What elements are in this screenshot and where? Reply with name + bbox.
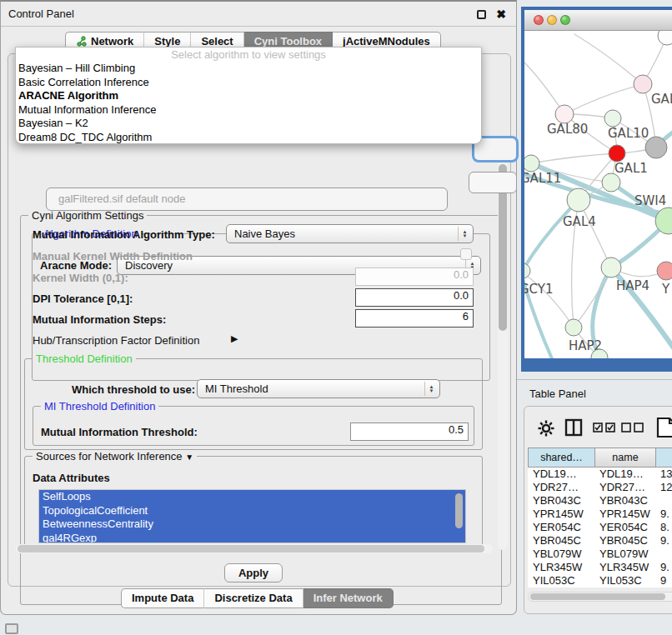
data-attributes-list[interactable]: SelfLoopsTopologicalCoefficientBetweenne… [38,489,466,543]
network-node-hap2[interactable] [565,319,582,336]
mi-threshold-field[interactable]: 0.5 [350,422,469,441]
network-edge[interactable] [564,84,643,114]
cyni-algorithm-settings-title: Cyni Algorithm Settings [28,209,147,222]
columns-icon[interactable] [564,418,583,437]
table-row[interactable]: YIL053CYIL053C9 [528,574,672,588]
table-cell: YIL053C [594,574,655,588]
column-header-1[interactable]: shared… [528,448,594,468]
mi-algorithm-type-combo[interactable]: Naive Bayes ▲▼ [226,224,474,243]
network-node-gal1[interactable] [609,145,625,162]
close-icon[interactable]: ✖ [496,8,506,21]
settings-vertical-scrollbar[interactable] [498,160,508,550]
mac-minimize-icon[interactable] [547,15,557,25]
network-node-hap4[interactable] [601,258,621,278]
network-edge[interactable] [574,34,643,84]
dpi-tolerance-label: DPI Tolerance [0,1]: [33,292,133,305]
manual-kernel-checkbox[interactable] [460,248,472,260]
table-row[interactable]: YBR045CYBR045C9. [528,534,672,548]
settings-horizontal-scrollbar[interactable] [16,544,493,553]
network-edge[interactable] [531,153,617,163]
table-cell: YDL19… [594,468,655,481]
network-edge[interactable] [524,272,574,328]
control-panel-titlebar: Control Panel ✖ [1,2,516,27]
tab-discretize-data[interactable]: Discretize Data [204,588,303,608]
table-horizontal-scrollbar[interactable] [528,592,672,602]
table-row[interactable]: YDR27…YDR27…12 [528,481,672,494]
algorithm-dropdown: Select algorithm to view settings Bayesi… [15,47,482,144]
expand-right-arrow-icon[interactable]: ▶ [231,333,238,344]
table-cell: YLR345W [594,561,655,574]
bottom-tabs: Impute DataDiscretize DataInfer Network [121,588,394,608]
table-row[interactable]: YPR145WYPR145W9. [528,508,672,521]
tab-infer-network[interactable]: Infer Network [303,588,394,608]
attributes-scrollbar[interactable] [454,491,464,542]
network-node-gal[interactable] [634,75,652,93]
network-node-gal4[interactable] [567,188,590,212]
select-all-checkboxes-icon[interactable] [593,422,616,432]
network-node-gal11[interactable] [524,155,539,172]
column-header-2[interactable]: name [594,448,655,468]
mi-threshold-label: Mutual Information Threshold: [41,426,198,438]
tab-impute-data[interactable]: Impute Data [121,588,204,608]
network-view-window[interactable]: GALGAL80GAL10GAL1GAL11SWI4GAL4GCY1HAP4YH… [521,7,672,372]
network-node-gal80[interactable] [555,105,574,123]
network-node-gcy1[interactable] [524,263,530,278]
mi-steps-field[interactable]: 6 [355,309,474,328]
network-node-y[interactable] [657,262,672,280]
table-panel-card: shared…nameA YDL19…YDL19…13YDR27…YDR27…1… [524,406,672,614]
network-node-swi4[interactable] [602,173,620,192]
node-label: GAL80 [547,122,588,137]
table-cell: YDR27… [594,481,655,494]
kernel-width-field[interactable]: 0.0 [355,268,474,286]
node-label: GAL [651,92,672,107]
column-header-3[interactable]: A [655,448,672,468]
hub-section-label[interactable]: Hub/Transcription Factor Definition [33,334,199,347]
node-label: Y [661,282,670,297]
combo-stepper-icon[interactable]: ▲▼ [458,227,471,241]
attribute-item[interactable]: SelfLoops [39,490,465,504]
table-cell: 9. [655,561,672,574]
network-edge[interactable] [524,200,579,274]
network-graph[interactable]: GALGAL80GAL10GAL1GAL11SWI4GAL4GCY1HAP4YH… [524,31,672,358]
node-table[interactable]: shared…nameA YDL19…YDL19…13YDR27…YDR27…1… [528,448,672,589]
algorithm-option[interactable]: Basic Correlation Inference [16,76,481,90]
algorithm-option[interactable]: Mutual Information Inference [16,103,481,118]
algorithm-option[interactable]: ARACNE Algorithm [16,89,481,103]
network-node-gal10[interactable] [604,110,621,127]
mac-close-icon[interactable] [534,15,544,25]
table-row[interactable]: YLR345WYLR345W9. [528,561,672,574]
manual-kernel-label: Manual Kernel Width Definition [33,250,193,262]
mac-zoom-icon[interactable] [560,15,570,25]
network-node[interactable] [645,137,667,158]
float-window-icon[interactable] [477,10,486,19]
algorithm-option[interactable]: Bayesian – K2 [16,117,481,131]
combo-stepper-icon[interactable]: ▲▼ [424,382,438,396]
attribute-item[interactable]: gal4RGexp [39,532,465,544]
which-threshold-label: Which threshold to use: [72,383,195,396]
hidden-combo-fragment[interactable] [469,172,517,193]
table-row[interactable]: YBL079WYBL079W [528,548,672,561]
network-edge[interactable] [524,62,564,114]
table-panel-title: Table Panel [529,388,586,400]
deselect-all-checkboxes-icon[interactable] [621,422,644,432]
table-row[interactable]: YDL19…YDL19…13 [528,468,672,481]
minimized-panel-icon[interactable] [5,623,18,634]
collapse-down-arrow-icon[interactable]: ▼ [185,452,193,462]
attribute-item[interactable]: BetweennessCentrality [39,518,465,532]
table-cell: YBR045C [528,534,594,548]
network-window-titlebar[interactable] [524,10,672,31]
which-threshold-combo[interactable]: MI Threshold ▲▼ [197,379,440,398]
gear-icon[interactable] [538,420,554,437]
algorithm-option[interactable]: Bayesian – Hill Climbing [16,62,481,76]
attribute-item[interactable]: TopologicalCoefficient [39,504,465,518]
table-row[interactable]: YBR043CYBR043C [528,494,672,508]
network-node[interactable] [658,31,672,45]
table-row[interactable]: YER054CYER054C8. [528,521,672,534]
dpi-tolerance-field[interactable]: 0.0 [355,288,474,307]
network-canvas[interactable]: GALGAL80GAL10GAL1GAL11SWI4GAL4GCY1HAP4YH… [524,31,672,358]
document-icon[interactable] [656,417,672,438]
algorithm-option[interactable]: Dream8 DC_TDC Algorithm [16,131,481,145]
data-table-combo[interactable]: galFiltered.sif default node [46,188,448,211]
tab-label: jActiveMNodules [343,35,430,48]
apply-button[interactable]: Apply [224,563,283,582]
